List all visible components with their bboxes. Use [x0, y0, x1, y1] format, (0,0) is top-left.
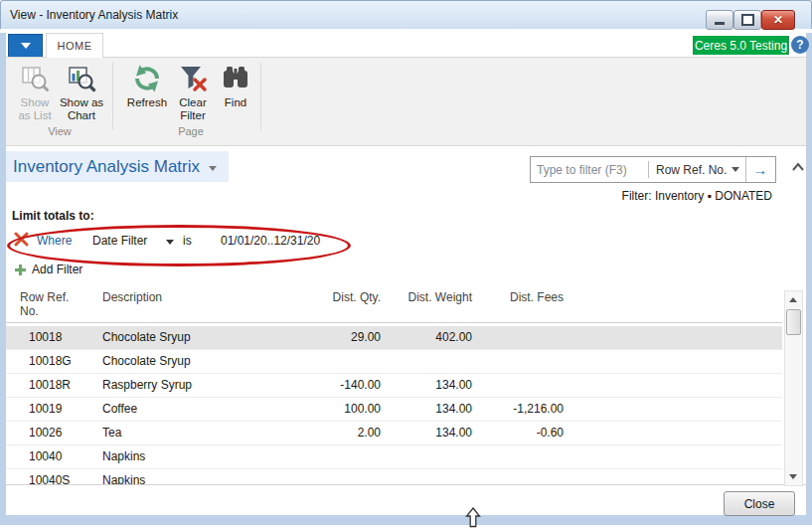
scrollbar-thumb[interactable] [786, 309, 801, 335]
find-label: Find [225, 96, 246, 109]
window-border-bottom [0, 515, 812, 525]
application-menu-button[interactable] [8, 34, 43, 58]
table-row[interactable]: 10018 Chocolate Sryup 29.00 402.00 [6, 326, 782, 350]
help-button[interactable]: ? [791, 36, 809, 54]
cell-dist-weight: 134.00 [373, 402, 472, 416]
cell-row-ref: 10018G [29, 354, 98, 368]
list-magnifier-icon [18, 62, 52, 95]
cell-dist-weight: 134.00 [373, 426, 472, 440]
chevron-up-icon [791, 161, 805, 173]
column-header-row-ref-no[interactable]: Row Ref. No. [20, 290, 81, 318]
filter-where-label[interactable]: Where [37, 234, 72, 248]
column-header-dist-weight[interactable]: Dist. Weight [373, 290, 472, 304]
window-border-right [806, 33, 812, 525]
table-row[interactable]: 10040S Napkins [6, 469, 782, 484]
column-header-description[interactable]: Description [102, 290, 261, 304]
table-row[interactable]: 10026 Tea 2.00 134.00 -0.60 [6, 422, 782, 445]
filter-column-select[interactable]: Row Ref. No. [649, 163, 731, 177]
add-filter-label[interactable]: Add Filter [32, 263, 82, 276]
window-titlebar: View - Inventory Analysis Matrix [0, 0, 812, 29]
ribbon-group-separator [260, 63, 261, 130]
ribbon-group-separator [112, 63, 113, 130]
screenshot: View - Inventory Analysis Matrix ✕ HOME … [0, 0, 812, 530]
chart-magnifier-icon [65, 62, 98, 95]
scroll-down-button[interactable] [785, 469, 800, 484]
ribbon-group-label-page: Page [121, 125, 260, 137]
window-close-icon: ✕ [773, 13, 783, 27]
filter-column-dropdown-icon[interactable] [731, 167, 739, 172]
cell-row-ref: 10040 [29, 449, 98, 463]
delete-x-icon [14, 232, 29, 247]
window-maximize-button[interactable] [733, 10, 761, 30]
cell-description: Coffee [102, 402, 276, 416]
table-row[interactable]: 10040 Napkins [6, 445, 782, 469]
filter-go-button[interactable]: → [745, 157, 773, 182]
filter-operator: is [183, 234, 192, 248]
window-body: HOME Ceres 5.0 Testing ? Show as List [6, 33, 806, 515]
cell-dist-weight: 134.00 [373, 378, 472, 392]
plus-icon [14, 264, 27, 276]
table-body: 10018 Chocolate Sryup 29.00 402.00 10018… [6, 326, 782, 484]
scroll-up-button[interactable] [785, 292, 800, 307]
cell-dist-qty: 2.00 [281, 426, 381, 440]
limit-totals-label: Limit totals to: [12, 209, 94, 223]
cell-row-ref: 10040S [29, 473, 98, 484]
table-bottom-divider [6, 484, 806, 485]
cell-row-ref: 10018 [29, 330, 98, 344]
filter-status: Filter: Inventory ▪ DONATED [622, 189, 772, 203]
vertical-scrollbar[interactable] [784, 290, 803, 486]
triangle-up-icon [789, 297, 797, 302]
maximize-icon [741, 14, 754, 26]
cell-description: Chocolate Sryup [102, 330, 276, 344]
cell-row-ref: 10019 [29, 402, 98, 416]
table-header-divider [6, 322, 782, 323]
column-header-dist-qty[interactable]: Dist. Qty. [281, 290, 381, 304]
cell-dist-fees: -0.60 [464, 426, 564, 440]
table-row[interactable]: 10018R Raspberry Syrup -140.00 134.00 [6, 374, 782, 398]
table-row[interactable]: 10019 Coffee 100.00 134.00 -1,216.00 [6, 398, 782, 422]
add-filter-button[interactable] [14, 263, 27, 275]
cell-description: Napkins [102, 449, 276, 463]
cell-description: Raspberry Syrup [102, 378, 276, 392]
binoculars-icon [219, 62, 252, 95]
close-button[interactable]: Close [724, 491, 795, 516]
page-title: Inventory Analysis Matrix [13, 157, 200, 177]
filter-box: Row Ref. No. → [530, 156, 776, 183]
tab-home[interactable]: HOME [46, 33, 103, 58]
clear-filter-icon [176, 62, 210, 95]
table-row[interactable]: 10018G Chocolate Sryup [6, 350, 782, 374]
ribbon-group-label-view: View [8, 125, 111, 137]
clear-filter-label: Clear Filter [179, 96, 206, 122]
page-title-band[interactable]: Inventory Analysis Matrix [6, 151, 229, 182]
collapse-header-button[interactable] [790, 159, 806, 175]
filter-value[interactable]: 01/01/20..12/31/20 [221, 234, 320, 248]
show-as-chart-label: Show as Chart [60, 96, 103, 122]
chevron-down-icon [21, 43, 31, 49]
column-header-dist-fees[interactable]: Dist. Fees [464, 290, 564, 304]
cell-dist-qty: -140.00 [281, 378, 381, 392]
window-minimize-button[interactable] [706, 10, 733, 30]
filter-field-dropdown-icon[interactable] [166, 240, 174, 245]
remove-filter-button[interactable] [14, 232, 29, 247]
triangle-down-icon [789, 474, 797, 479]
cursor-icon [465, 507, 481, 530]
version-badge: Ceres 5.0 Testing [693, 36, 789, 55]
filter-field-select[interactable]: Date Filter [92, 234, 147, 248]
window-close-button[interactable]: ✕ [761, 10, 795, 30]
cell-dist-qty: 100.00 [281, 402, 381, 416]
cell-dist-qty: 29.00 [281, 330, 381, 344]
ribbon: Show as List Show as Chart View [6, 57, 806, 146]
refresh-label: Refresh [127, 96, 167, 109]
show-as-list-label: Show as List [18, 96, 51, 122]
cell-description: Tea [102, 426, 276, 440]
window-title: View - Inventory Analysis Matrix [10, 1, 178, 29]
cell-description: Chocolate Sryup [102, 354, 276, 368]
page-title-dropdown-icon[interactable] [209, 166, 217, 171]
filter-input[interactable] [531, 159, 648, 180]
cell-dist-fees: -1,216.00 [464, 402, 564, 416]
cell-row-ref: 10018R [29, 378, 98, 392]
cell-description: Napkins [102, 473, 276, 484]
cell-dist-weight: 402.00 [373, 330, 472, 344]
refresh-icon [130, 62, 164, 95]
minimize-icon [715, 22, 725, 25]
